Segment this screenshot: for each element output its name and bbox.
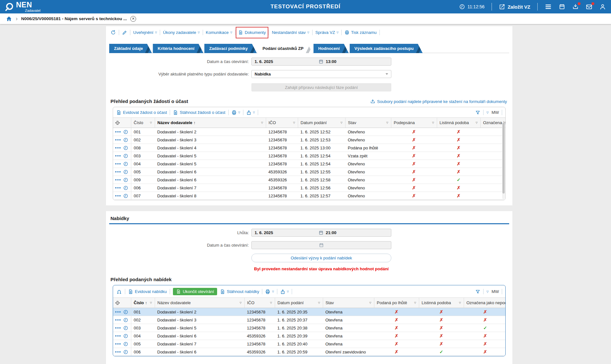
filter-caret-icon[interactable]: ▽ (150, 121, 152, 124)
col-podana-po-lhute[interactable]: Podaná po lhůtě▽ (374, 298, 419, 308)
row-history-clock-icon[interactable] (123, 130, 128, 134)
table-row[interactable]: ●●● 003 Dodavatel - školení 5 12345678 1… (113, 324, 506, 332)
export-table-button[interactable]: ▽ (280, 289, 289, 294)
export-table-button[interactable]: ▽ (246, 110, 255, 115)
filter-caret-icon[interactable]: ▽ (432, 121, 434, 124)
row-actions-icon[interactable]: ●●● (115, 146, 121, 149)
row-history-clock-icon[interactable] (123, 146, 128, 150)
table-row[interactable]: ●●● 002 Dodavatel - školení 3 12345678 1… (113, 316, 506, 324)
table-row[interactable]: ●●● 006 Dodavatel - školení 7 12345678 1… (113, 184, 506, 192)
table-row[interactable]: ●●● 003 Dodavatel - školení 5 12345678 1… (113, 152, 506, 160)
row-actions-icon[interactable]: ●●● (115, 194, 121, 197)
row-actions-icon[interactable]: ●●● (115, 334, 121, 337)
ukoncit-otevirani-button[interactable]: Ukončit otevírání (173, 288, 217, 295)
col-datum-podani[interactable]: Datum podání▽ (298, 118, 345, 128)
breadcrumb-item[interactable]: N006/25/V00005181 - Nájem serverů s tech… (21, 16, 127, 21)
home-icon[interactable] (6, 16, 12, 22)
datum-cas-oteviranai-field-empty[interactable] (251, 241, 391, 249)
close-record-icon[interactable]: ✕ (130, 16, 136, 22)
typ-podani-select[interactable]: Nabídka (251, 70, 391, 78)
filter-caret-icon[interactable]: ▽ (476, 121, 477, 124)
col-stav[interactable]: Stav▽ (345, 118, 391, 128)
filter-caret-icon[interactable]: ▽ (261, 121, 263, 124)
table-row[interactable]: ●●● 009 Dodavatel - školení 6 45359326 1… (113, 176, 506, 184)
datum-cas-oteviranai-field[interactable]: 1. 6. 2025 13:00 (251, 58, 391, 66)
row-actions-icon[interactable]: ●●● (115, 154, 121, 157)
menu-hamburger-icon[interactable] (545, 3, 552, 10)
pencil-icon[interactable] (122, 30, 127, 35)
col-listinna-podoba[interactable]: Listinná podoba▽ (437, 118, 480, 128)
tab-kriteria-hodnoceni[interactable]: Kritéria hodnocení (153, 44, 203, 53)
row-actions-icon[interactable]: ●●● (115, 350, 121, 353)
column-settings-icon[interactable] (115, 300, 120, 305)
chevron-down-icon[interactable]: ▽ (486, 290, 489, 293)
menu-nestandardni-stav[interactable]: Nestandardní stav▽ (272, 30, 309, 35)
col-nazev-dodavatele[interactable]: Název dodavatele ↑▽ (155, 118, 266, 128)
row-history-clock-icon[interactable] (123, 318, 128, 322)
row-history-clock-icon[interactable] (123, 310, 128, 314)
row-history-clock-icon[interactable] (123, 186, 128, 190)
filter-caret-icon[interactable]: ▽ (340, 121, 342, 124)
col-nazev-dodavatele[interactable]: Název dodavatele▽ (155, 298, 244, 308)
filter-caret-icon[interactable]: ▽ (459, 301, 461, 304)
row-history-clock-icon[interactable] (123, 334, 128, 338)
col-datum-podani[interactable]: Datum podání▽ (275, 298, 323, 308)
row-actions-icon[interactable]: ●●● (115, 138, 121, 141)
row-history-clock-icon[interactable] (123, 170, 128, 174)
undo-refresh-icon[interactable] (110, 30, 116, 35)
filter-caret-icon[interactable]: ▽ (318, 301, 320, 304)
column-settings-icon[interactable] (115, 120, 120, 125)
filter-caret-icon[interactable]: ▽ (369, 301, 371, 304)
filter-caret-icon[interactable]: ▽ (270, 301, 272, 304)
col-oznacena-jako-nepodana[interactable]: Označena jako nepodaná▽ (464, 298, 506, 308)
row-history-clock-icon[interactable] (123, 342, 128, 346)
tab-hodnoceni[interactable]: Hodnocení (314, 44, 349, 53)
lhuta-field[interactable]: 1. 6. 2025 21:00 (251, 229, 391, 237)
table-row[interactable]: ●●● 001 Dodavatel - školení 2 12345678 1… (113, 308, 506, 316)
tab-zakladni-udaje[interactable]: Základní údaje (109, 44, 152, 53)
menu-uverejneni[interactable]: Uveřejnění▽ (133, 30, 157, 35)
menu-ukony-zadavatele[interactable]: Úkony zadavatele▽ (163, 30, 200, 35)
filter-caret-icon[interactable]: ▽ (386, 121, 388, 124)
odeslani-vyzvy-button[interactable]: Odeslání výzvy k podání nabídek (251, 254, 391, 262)
row-history-clock-icon[interactable] (123, 162, 128, 166)
filter-caret-icon[interactable]: ▽ (240, 301, 241, 304)
row-history-clock-icon[interactable] (123, 194, 128, 198)
evidovat-nabidku-button[interactable]: Evidovat nabídku (128, 289, 167, 294)
create-vz-button[interactable]: Založit VZ (499, 4, 530, 10)
menu-tisk-zaznamu[interactable]: Tisk záznamu (345, 30, 377, 35)
print-table-button[interactable]: ▽ (232, 110, 240, 115)
table-scrollbar[interactable] (502, 122, 505, 199)
col-cislo[interactable]: Číslo▽ (131, 118, 155, 128)
menu-komunikace[interactable]: Komunikace▽ (206, 30, 232, 35)
table-row[interactable]: ●●● 008 Dodavatel - školení 4 12345678 1… (113, 144, 506, 152)
row-actions-icon[interactable]: ●●● (115, 170, 121, 173)
row-actions-icon[interactable]: ●●● (115, 178, 121, 181)
row-history-clock-icon[interactable] (123, 154, 128, 158)
col-podepsana[interactable]: Podepsána▽ (391, 118, 437, 128)
mw-label[interactable]: MW (492, 110, 499, 115)
row-actions-icon[interactable]: ●●● (115, 310, 121, 313)
stahnout-zadosti-button[interactable]: Stáhnout žádosti o účast (173, 110, 225, 115)
row-actions-icon[interactable]: ●●● (115, 342, 121, 345)
col-cislo[interactable]: Číslo ↑▽ (131, 298, 155, 308)
row-history-clock-icon[interactable] (123, 138, 128, 142)
mw-label[interactable]: MW (492, 289, 499, 294)
row-history-clock-icon[interactable] (123, 326, 128, 330)
table-row[interactable]: ●●● 006 Dodavatel - školení 6 45359326 1… (113, 348, 506, 356)
chevron-down-icon[interactable]: ▽ (486, 111, 489, 114)
table-row[interactable]: ●●● 004 Dodavatel - školení 6 45359326 1… (113, 332, 506, 340)
scrollbar-thumb[interactable] (502, 123, 505, 194)
col-stav[interactable]: Stav▽ (323, 298, 374, 308)
menu-sprava-vz[interactable]: Správa VZ▽ (315, 30, 339, 35)
filter-caret-icon[interactable]: ▽ (414, 301, 416, 304)
row-history-clock-icon[interactable] (123, 350, 128, 354)
row-history-clock-icon[interactable] (123, 178, 128, 182)
bell-icon[interactable] (116, 289, 122, 295)
col-ico[interactable]: IČO▽ (244, 298, 275, 308)
table-row[interactable]: ●●● 005 Dodavatel - školení 6 45359326 1… (113, 168, 506, 176)
row-actions-icon[interactable]: ●●● (115, 318, 121, 321)
filter-caret-icon[interactable]: ▽ (293, 121, 295, 124)
stahnout-nabidky-button[interactable]: Stáhnout nabídky (220, 289, 259, 294)
soubory-podani-link[interactable]: Soubory podání najdete připravené ke sta… (370, 99, 507, 104)
